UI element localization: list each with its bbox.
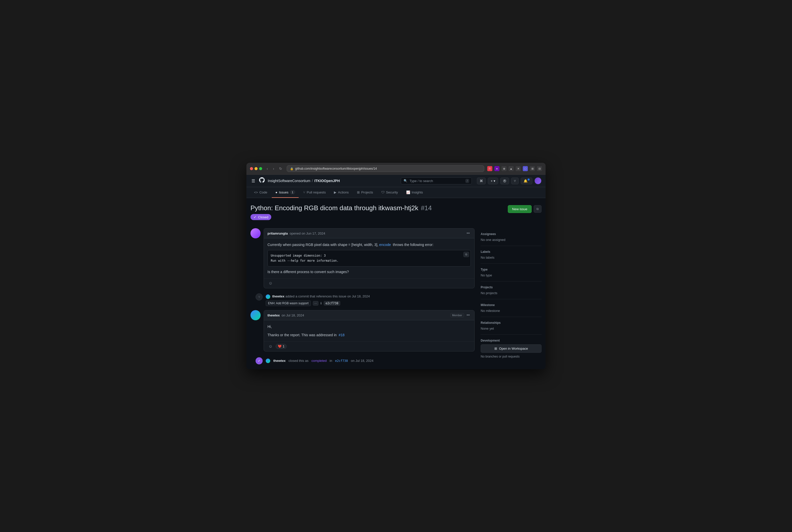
back-icon[interactable]: ‹ [265,166,270,171]
type-value: No type [481,273,542,277]
original-author[interactable]: pritamrungta [268,231,288,235]
issue-title: Python: Encoding RGB dicom data through … [250,204,418,212]
type-section: Type No type [481,264,542,282]
thewtex-author[interactable]: thewtex [268,314,279,317]
browser-nav: ‹ › ↻ [265,166,284,171]
pull-requests-btn[interactable]: ⑂ [511,177,519,184]
command-palette-btn[interactable]: ⌘ [477,177,486,184]
projects-value: No projects [481,291,542,295]
closed-actor[interactable]: thewtex [273,359,286,363]
ext-icon-4[interactable]: ▲ [508,166,514,171]
commit-hash[interactable]: e2cf738 [324,301,340,306]
milestone-value: No milestone [481,309,542,313]
development-label: Development [481,339,542,342]
issues-btn[interactable]: ⦿ [500,177,509,184]
closed-commit-link[interactable]: e2cf738 [335,359,348,363]
nav-pull-requests[interactable]: ⑂ Pull requests [300,187,329,198]
security-nav-icon: 🛡 [381,190,385,194]
pritam-avatar [250,228,260,239]
ext-icon-8[interactable]: ⊟ [537,166,542,171]
nav-code-label: Code [259,190,267,194]
main-content: Python: Encoding RGB dicom data through … [247,198,545,369]
relationships-value: None yet [481,327,542,330]
plus-icon: + [490,179,492,183]
reaction-count: 1 [283,345,285,348]
projects-label: Projects [481,286,542,289]
thewtex-comment-header: thewtex on Jul 18, 2024 Member ••• [264,310,474,320]
repo-link[interactable]: ITKIOOpenJPH [314,179,340,183]
close-button[interactable] [250,167,253,170]
forward-icon[interactable]: › [272,166,276,171]
check-circle-icon: ✓ [253,215,256,219]
comment-menu-btn[interactable]: ••• [465,231,471,235]
thewtex-add-reaction-btn[interactable]: ☺ [268,344,273,349]
content-layout: pritamrungta opened on Jun 17, 2024 ••• [250,228,542,363]
nav-security[interactable]: 🛡 Security [378,187,402,198]
reaction-badge[interactable]: ❤️ 1 [275,344,287,349]
thewtex-menu-btn[interactable]: ••• [465,313,471,318]
nav-issues[interactable]: ● Issues 1 [272,187,298,198]
issues-icon: ⦿ [503,179,506,183]
window-controls [250,167,262,170]
user-avatar[interactable] [535,177,542,184]
ext-icon-2[interactable]: ● [495,166,499,171]
original-comment-card-wrapper: pritamrungta opened on Jun 17, 2024 ••• [264,228,475,292]
hamburger-icon[interactable]: ☰ [250,177,256,184]
search-box[interactable]: 🔍 Type / to search / [401,177,472,184]
nav-security-label: Security [386,190,398,194]
actions-nav-icon: ▶ [334,190,336,194]
address-bar[interactable]: 🔒 github.com/insightsoftwareconsortium/i… [287,165,484,172]
labels-section: Labels No labels [481,246,542,264]
github-header: ☰ InsightSoftwareConsortium / ITKIOOpenJ… [247,175,545,187]
notifications-btn[interactable]: 🔔 [521,177,533,184]
original-comment-card: pritamrungta opened on Jun 17, 2024 ••• [264,228,475,288]
ext-icon-1[interactable]: R [487,166,492,171]
workspace-icon: ⊞ [495,347,497,350]
new-issue-button[interactable]: New issue [508,205,532,213]
issues-badge: 1 [290,190,295,194]
original-comment-footer: ☺ [264,278,474,288]
ext-icon-3[interactable]: ⊕ [501,166,506,171]
timeline-actor[interactable]: thewtex [272,294,285,299]
commit-message[interactable]: ENH: Add RGB wasm support [266,301,311,306]
ext-icon-7[interactable]: ⊞ [530,166,535,171]
assignees-label: Assignees [481,232,542,236]
nav-projects[interactable]: ⊞ Projects [353,187,377,198]
timeline-action-text: added a commit that references this issu… [286,294,370,299]
encode-link[interactable]: encode [379,243,391,247]
issue-number: #14 [421,204,432,212]
thewtex-body-line2: Thanks or the report. This was addressed… [268,332,471,338]
closed-preposition: in [329,359,333,363]
refresh-icon[interactable]: ↻ [277,166,284,171]
thewtex-avatar [250,310,260,320]
code-copy-button[interactable]: ⧉ [463,252,469,257]
thewtex-comment-body: Hi, Thanks or the report. This was addre… [264,320,474,341]
nav-code[interactable]: <> Code [250,187,271,198]
nav-insights[interactable]: 📈 Insights [403,187,427,198]
new-btn[interactable]: + ▾ [488,177,498,184]
github-logo[interactable] [259,177,265,184]
milestone-label: Milestone [481,303,542,307]
ext-icon-5[interactable]: ✕ [516,166,521,171]
commit-dots[interactable]: ··· [313,301,318,306]
ext-icon-6[interactable]: ⬡ [523,166,528,171]
body-intro-text: Currently when passing RGB pixel data wi… [268,243,378,247]
maximize-button[interactable] [259,167,262,170]
original-comment-header: pritamrungta opened on Jun 17, 2024 ••• [264,228,474,239]
org-link[interactable]: InsightSoftwareConsortium [268,179,310,183]
closed-avatar [266,359,270,363]
pr-link[interactable]: #18 [339,333,345,337]
nav-pr-label: Pull requests [307,190,326,194]
closed-date: on Jul 18, 2024 [350,359,373,363]
add-reaction-btn[interactable]: ☺ [268,281,273,286]
status-badge: ✓ Closed [250,214,271,220]
nav-actions[interactable]: ▶ Actions [330,187,352,198]
copy-issue-link-btn[interactable]: ⧉ [534,205,542,213]
open-workspace-btn[interactable]: ⊞ Open in Workspace [481,344,542,353]
pr-nav-icon: ⑂ [303,190,305,194]
thewtex-comment-date: on Jul 18, 2024 [281,314,304,317]
lock-icon: 🔒 [290,167,294,170]
minimize-button[interactable] [254,167,257,170]
commit-details: ENH: Add RGB wasm support ··· ℹ e2cf738 [266,301,475,306]
nav-issues-label: Issues [279,190,289,194]
